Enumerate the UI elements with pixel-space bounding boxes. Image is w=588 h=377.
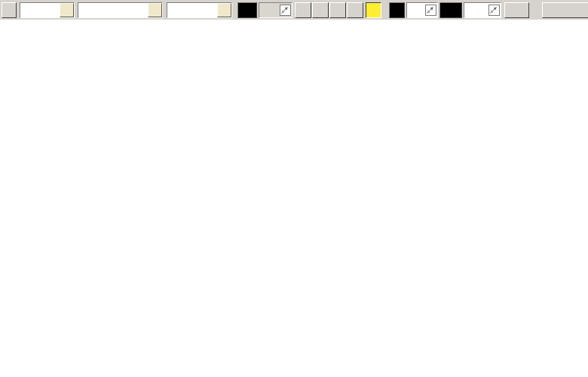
spin-icon[interactable] [425, 5, 436, 16]
chart-toolbar [0, 0, 588, 20]
count-label [439, 2, 462, 18]
contract-month-combo[interactable] [167, 2, 232, 18]
spin-icon[interactable] [280, 5, 291, 16]
t-value [407, 10, 425, 11]
count-value [464, 10, 488, 11]
symbol-type-combo[interactable] [20, 2, 75, 18]
period-day-button[interactable] [295, 2, 311, 18]
apply-button[interactable] [504, 2, 529, 18]
interval-value [259, 10, 280, 11]
t-label [389, 2, 405, 18]
interval-stepper[interactable] [259, 2, 292, 18]
symbol-name-value [78, 3, 148, 17]
multi-symbol-button[interactable] [542, 2, 588, 18]
spin-icon[interactable] [488, 5, 500, 16]
chart-application-window [0, 0, 588, 377]
period-month-button[interactable] [329, 2, 346, 18]
count-stepper[interactable] [464, 2, 501, 18]
chart-canvas[interactable] [0, 20, 588, 377]
symbol-type-value [20, 3, 60, 17]
tick-mode-button[interactable] [366, 2, 381, 18]
collapse-dropdown-button[interactable] [2, 2, 17, 18]
chevron-down-icon[interactable] [60, 3, 74, 17]
chart-area [0, 20, 588, 377]
symbol-name-combo[interactable] [78, 2, 163, 18]
t-value-stepper[interactable] [406, 2, 438, 18]
chevron-down-icon[interactable] [217, 3, 231, 17]
bar-type-button[interactable] [237, 2, 257, 18]
chevron-down-icon[interactable] [148, 3, 162, 17]
contract-month-value [167, 3, 217, 17]
period-week-button[interactable] [312, 2, 329, 18]
period-minute-button[interactable] [347, 2, 363, 18]
